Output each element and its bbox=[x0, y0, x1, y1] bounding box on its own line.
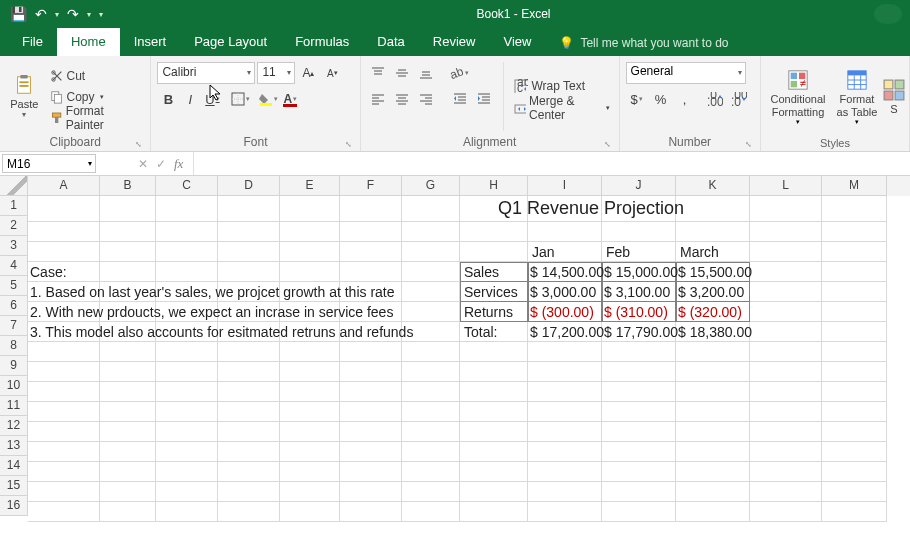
col-header-L[interactable]: L bbox=[750, 176, 822, 196]
font-dialog-launcher-icon[interactable]: ⤡ bbox=[345, 140, 352, 149]
cell[interactable] bbox=[402, 302, 460, 322]
cell[interactable] bbox=[602, 342, 676, 362]
col-header-B[interactable]: B bbox=[100, 176, 156, 196]
tab-file[interactable]: File bbox=[8, 28, 57, 56]
cell[interactable] bbox=[602, 402, 676, 422]
cell[interactable] bbox=[822, 342, 887, 362]
cell[interactable] bbox=[602, 462, 676, 482]
cell[interactable] bbox=[340, 242, 402, 262]
cell[interactable] bbox=[676, 196, 750, 222]
cell[interactable] bbox=[822, 322, 887, 342]
cell[interactable] bbox=[602, 482, 676, 502]
cell[interactable] bbox=[28, 462, 100, 482]
number-dialog-launcher-icon[interactable]: ⤡ bbox=[745, 140, 752, 149]
cell[interactable] bbox=[460, 402, 528, 422]
fx-icon[interactable]: fx bbox=[174, 156, 183, 172]
row-header-10[interactable]: 10 bbox=[0, 376, 28, 396]
cell[interactable] bbox=[156, 442, 218, 462]
cell[interactable] bbox=[750, 242, 822, 262]
cell[interactable] bbox=[218, 196, 280, 222]
border-button[interactable] bbox=[229, 88, 251, 110]
cell[interactable] bbox=[280, 342, 340, 362]
align-center-icon[interactable] bbox=[391, 88, 413, 110]
cell[interactable] bbox=[676, 442, 750, 462]
font-size-select[interactable]: 11▾ bbox=[257, 62, 295, 84]
decrease-font-icon[interactable]: A▾ bbox=[321, 62, 343, 84]
cell[interactable] bbox=[460, 242, 528, 262]
cell[interactable] bbox=[402, 282, 460, 302]
col-header-H[interactable]: H bbox=[460, 176, 528, 196]
cell[interactable] bbox=[156, 362, 218, 382]
cell[interactable] bbox=[280, 482, 340, 502]
tab-home[interactable]: Home bbox=[57, 28, 120, 56]
increase-font-icon[interactable]: A▴ bbox=[297, 62, 319, 84]
enter-formula-icon[interactable]: ✓ bbox=[156, 157, 166, 171]
cell[interactable] bbox=[156, 502, 218, 522]
cell[interactable] bbox=[402, 402, 460, 422]
cell[interactable] bbox=[280, 442, 340, 462]
format-painter-button[interactable]: Format Painter bbox=[47, 108, 145, 128]
decrease-indent-icon[interactable] bbox=[449, 88, 471, 110]
cell[interactable] bbox=[822, 362, 887, 382]
cell[interactable] bbox=[218, 342, 280, 362]
cell[interactable] bbox=[340, 462, 402, 482]
cell[interactable] bbox=[750, 342, 822, 362]
cell[interactable] bbox=[340, 362, 402, 382]
worksheet-grid[interactable]: ABCDEFGHIJKLM 12345678910111213141516 Q1… bbox=[0, 176, 910, 546]
cell[interactable] bbox=[528, 422, 602, 442]
cell[interactable] bbox=[340, 442, 402, 462]
cell[interactable] bbox=[750, 222, 822, 242]
clipboard-dialog-launcher-icon[interactable]: ⤡ bbox=[135, 140, 142, 149]
cell[interactable] bbox=[750, 402, 822, 422]
align-right-icon[interactable] bbox=[415, 88, 437, 110]
col-header-K[interactable]: K bbox=[676, 176, 750, 196]
cell[interactable] bbox=[750, 302, 822, 322]
tab-insert[interactable]: Insert bbox=[120, 28, 181, 56]
cell[interactable] bbox=[218, 482, 280, 502]
cell[interactable] bbox=[402, 422, 460, 442]
accounting-format-button[interactable]: $ bbox=[626, 88, 648, 110]
cell[interactable] bbox=[750, 462, 822, 482]
cell[interactable] bbox=[750, 482, 822, 502]
formula-input[interactable] bbox=[193, 152, 910, 175]
cell[interactable] bbox=[100, 382, 156, 402]
cell[interactable] bbox=[100, 262, 156, 282]
tab-formulas[interactable]: Formulas bbox=[281, 28, 363, 56]
cell[interactable] bbox=[280, 242, 340, 262]
cut-button[interactable]: Cut bbox=[47, 66, 145, 86]
align-top-icon[interactable] bbox=[367, 62, 389, 84]
cell[interactable] bbox=[100, 422, 156, 442]
cell[interactable] bbox=[822, 262, 887, 282]
redo-dropdown-icon[interactable]: ▾ bbox=[87, 10, 91, 19]
cell[interactable] bbox=[340, 342, 402, 362]
row-header-14[interactable]: 14 bbox=[0, 456, 28, 476]
cell[interactable] bbox=[100, 442, 156, 462]
cell[interactable] bbox=[750, 196, 822, 222]
cell[interactable] bbox=[340, 196, 402, 222]
merge-center-button[interactable]: Merge & Center▾ bbox=[511, 98, 612, 118]
select-all-triangle[interactable] bbox=[0, 176, 28, 196]
cell[interactable] bbox=[528, 442, 602, 462]
cell[interactable] bbox=[218, 242, 280, 262]
fill-color-button[interactable] bbox=[257, 88, 279, 110]
col-header-G[interactable]: G bbox=[402, 176, 460, 196]
cell[interactable] bbox=[100, 502, 156, 522]
cell[interactable] bbox=[750, 362, 822, 382]
percent-button[interactable]: % bbox=[650, 88, 672, 110]
cell[interactable] bbox=[402, 342, 460, 362]
cell[interactable] bbox=[602, 502, 676, 522]
row-header-1[interactable]: 1 bbox=[0, 196, 28, 216]
paste-button[interactable]: Paste ▾ bbox=[6, 60, 43, 133]
cell[interactable] bbox=[528, 402, 602, 422]
cell[interactable] bbox=[602, 222, 676, 242]
col-header-D[interactable]: D bbox=[218, 176, 280, 196]
cell[interactable] bbox=[460, 222, 528, 242]
cell[interactable] bbox=[28, 482, 100, 502]
cell[interactable] bbox=[280, 382, 340, 402]
cell[interactable] bbox=[100, 196, 156, 222]
row-header-13[interactable]: 13 bbox=[0, 436, 28, 456]
cell[interactable] bbox=[676, 502, 750, 522]
cell[interactable] bbox=[676, 362, 750, 382]
wrap-text-button[interactable]: abcWrap Text bbox=[511, 76, 612, 96]
cell[interactable] bbox=[750, 382, 822, 402]
